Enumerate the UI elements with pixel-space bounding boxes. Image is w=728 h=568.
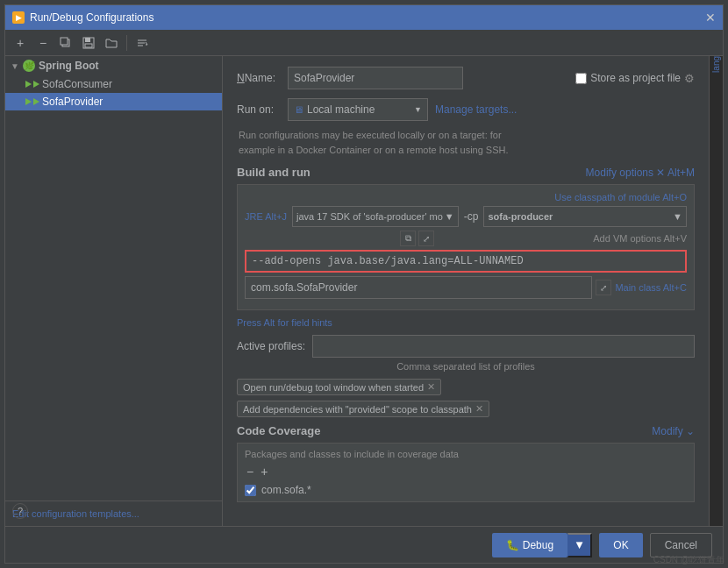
name-label: NName: [237,72,281,84]
folder-button[interactable] [102,33,121,53]
close-icon[interactable]: ✕ [705,11,716,25]
vm-copy-icon[interactable]: ⧉ [400,231,416,246]
dialog-title: Run/Debug Configurations [30,11,153,24]
tag-close-open-window[interactable]: ✕ [427,381,435,393]
debug-button[interactable]: 🐛 Debug [492,533,567,557]
run-on-row: Run on: 🖥 Local machine ▼ Manage targets… [237,98,695,121]
main-class-row: ⤢ Main class Alt+C [245,276,687,299]
svg-rect-1 [61,38,68,45]
modify-options-link[interactable]: Modify options ✕ Alt+M [586,167,695,179]
remove-button[interactable]: − [33,33,53,53]
coverage-subtitle: Packages and classes to include in cover… [245,449,687,459]
use-classpath-row: Use classpath of module Alt+O [245,192,687,202]
active-profiles-label: Active profiles: [237,340,305,352]
store-as-project-checkbox[interactable] [575,73,587,84]
vm-expand-icon[interactable]: ⤢ [418,231,434,246]
sidebar-item-label-provider: SofaProvider [42,96,103,108]
sdk-arrow-icon: ▼ [445,211,454,222]
build-run-title: Build and run [237,166,310,179]
vm-row-icons: ⧉ ⤢ [400,231,434,246]
add-vm-options-link[interactable]: Add VM options Alt+V [593,233,687,244]
run-icon-provider [26,96,39,108]
debug-button-group: 🐛 Debug ▼ [492,533,593,557]
cp-arrow-icon: ▼ [673,211,682,222]
help-text: Run configurations may be executed local… [237,128,695,157]
bottom-bar: 🐛 Debug ▼ OK Cancel CSDN @吃饼青年 [5,526,723,563]
edit-config-templates-link[interactable]: Edit configuration templates... [5,501,222,526]
active-profiles-row: Active profiles: [237,335,695,358]
build-run-header: Build and run Modify options ✕ Alt+M [237,166,695,179]
vm-options-input[interactable] [245,250,687,273]
tag-open-window: Open run/debug tool window when started … [237,379,441,395]
main-class-input[interactable] [245,276,592,299]
coverage-item-label: com.sofa.* [261,484,311,496]
debug-dropdown-arrow[interactable]: ▼ [567,533,592,557]
run-on-label: Run on: [237,103,281,116]
cp-dropdown[interactable]: sofa-producer ▼ [483,206,687,227]
coverage-minus-button[interactable]: − [245,465,255,479]
content-area: ▼ 🌿 Spring Boot SofaConsumer [5,56,723,526]
coverage-plus-button[interactable]: + [259,465,269,479]
tag-close-provided-scope[interactable]: ✕ [475,403,483,415]
right-border-strip: lang [709,56,723,526]
sidebar-item-label-consumer: SofaConsumer [42,78,112,90]
sidebar-group-label: Spring Boot [39,60,99,72]
name-row: NName: Store as project file ⚙ [237,67,695,89]
copy-button[interactable] [56,33,75,53]
profiles-input[interactable] [312,335,695,358]
coverage-item-checkbox[interactable] [245,485,256,496]
coverage-header: Code Coverage Modify ⌄ [237,424,695,437]
coverage-content: Packages and classes to include in cover… [237,443,695,502]
name-input[interactable] [288,67,463,89]
coverage-toolbar: − + [245,465,687,479]
right-strip-lang-link[interactable]: lang [711,56,721,80]
sdk-dropdown[interactable]: java 17 SDK of 'sofa-producer' mo ▼ [292,206,459,227]
sdk-label: java 17 SDK of 'sofa-producer' mo [296,211,443,222]
title-bar-left: ▶ Run/Debug Configurations [12,11,153,24]
vm-options-row [245,250,687,273]
build-run-section: Use classpath of module Alt+O JRE Alt+J … [237,184,695,310]
collapse-icon: ▼ [11,61,19,71]
sidebar-group-springboot[interactable]: ▼ 🌿 Spring Boot [5,56,222,75]
sidebar-item-sofaprovider[interactable]: SofaProvider [5,93,222,110]
main-panel: NName: Store as project file ⚙ Run on: 🖥… [223,56,709,526]
tag-row-2: Add dependencies with "provided" scope t… [237,401,695,417]
dropdown-arrow-icon: ▼ [414,105,422,114]
run-on-value: Local machine [307,103,375,116]
field-hint: Press Alt for field hints [237,317,695,328]
add-button[interactable]: + [11,33,30,53]
run-on-dropdown[interactable]: 🖥 Local machine ▼ [288,98,428,121]
title-bar: ▶ Run/Debug Configurations ✕ [5,5,723,30]
sdk-cp-row: JRE Alt+J java 17 SDK of 'sofa-producer'… [245,206,687,227]
profiles-hint: Comma separated list of profiles [237,361,695,372]
code-coverage-section: Code Coverage Modify ⌄ Packages and clas… [237,424,695,502]
local-machine-icon: 🖥 [294,104,303,115]
tag-provided-scope: Add dependencies with "provided" scope t… [237,401,489,417]
help-button[interactable]: ? [12,503,28,519]
main-class-hint-link[interactable]: Main class Alt+C [615,282,687,293]
coverage-modify-link[interactable]: Modify ⌄ [652,425,695,437]
svg-rect-4 [85,44,92,47]
save-button[interactable] [79,33,98,53]
manage-targets-link[interactable]: Manage targets... [435,103,517,116]
cp-flag: -cp [464,210,479,223]
gear-icon[interactable]: ⚙ [684,72,695,85]
ok-button[interactable]: OK [599,533,642,557]
coverage-item-row: com.sofa.* [245,484,687,496]
watermark: CSDN @吃饼青年 [653,554,724,566]
add-vm-options-row: ⧉ ⤢ Add VM options Alt+V [245,231,687,246]
dialog-icon: ▶ [12,11,25,24]
tag-label-open-window: Open run/debug tool window when started [243,382,424,393]
sidebar: ▼ 🌿 Spring Boot SofaConsumer [5,56,223,526]
spring-icon: 🌿 [23,60,35,72]
tag-label-provided-scope: Add dependencies with "provided" scope t… [243,404,472,415]
run-debug-dialog: ▶ Run/Debug Configurations ✕ + − ▼ 🌿 [4,4,724,564]
jre-link[interactable]: JRE Alt+J [245,211,287,222]
sidebar-item-sofaconsumer[interactable]: SofaConsumer [5,75,222,93]
svg-rect-3 [85,38,90,42]
cp-value: sofa-producer [488,211,553,222]
sort-button[interactable] [132,33,152,53]
use-classpath-link[interactable]: Use classpath of module Alt+O [554,192,687,202]
coverage-title: Code Coverage [237,424,320,437]
main-class-expand-icon[interactable]: ⤢ [596,280,611,295]
